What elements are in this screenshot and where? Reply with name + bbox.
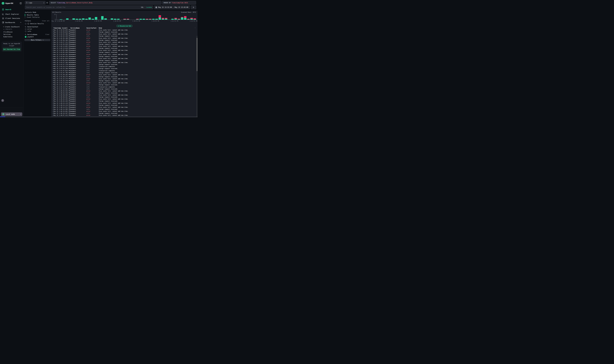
- log-row[interactable]: ❯ May 15 1:40:26.445 PM payment error Vi…: [51, 98, 196, 100]
- row-expand-icon[interactable]: ❯: [52, 52, 53, 53]
- row-expand-icon[interactable]: ❯: [52, 35, 53, 37]
- column-header-servicename[interactable]: ServiceName⋮: [70, 27, 86, 29]
- log-row[interactable]: ❯ May 15 1:41:47.823 PM payment info Tra…: [51, 70, 196, 72]
- row-expand-icon[interactable]: ❯: [52, 70, 53, 71]
- chevron-up-icon[interactable]: [20, 22, 21, 23]
- row-expand-icon[interactable]: ❯: [52, 58, 53, 59]
- column-resize-icon[interactable]: ⋮: [85, 27, 86, 29]
- filter-option-label[interactable]: payment: [27, 36, 34, 38]
- log-row[interactable]: ❯ May 15 1:41:14.373 PM payment info Tra…: [51, 86, 196, 88]
- log-row[interactable]: ❯ May 15 1:42:43.360 PM payment error Vi…: [51, 33, 196, 35]
- log-row[interactable]: ❯ May 15 1:42:01.824 PM payment error Vi…: [51, 57, 196, 59]
- row-expand-icon[interactable]: ❯: [52, 48, 53, 49]
- info-checkbox[interactable]: [25, 31, 26, 32]
- log-row[interactable]: ❯ May 15 1:41:25.373 PM payment error Vi…: [51, 78, 196, 80]
- source-settings-gear-icon[interactable]: ⚙: [46, 2, 49, 4]
- row-expand-icon[interactable]: ❯: [52, 74, 53, 75]
- column-resize-icon[interactable]: ⋮: [97, 27, 98, 29]
- row-expand-icon[interactable]: ❯: [52, 88, 53, 90]
- log-row[interactable]: ❯ May 15 1:40:10.601 PM payment error Vi…: [51, 110, 196, 112]
- log-row[interactable]: ❯ May 15 1:40:26.444 PM payment info Cha…: [51, 100, 196, 102]
- sidebar-item-dashboards[interactable]: Dashboards: [0, 21, 24, 24]
- log-row[interactable]: ❯ May 15 1:41:47.766 PM payment info Cha…: [51, 72, 196, 74]
- sidebar-item-clickhouse[interactable]: Clickhouse: [3, 31, 13, 33]
- row-expand-icon[interactable]: ❯: [52, 72, 53, 73]
- error-checkbox[interactable]: [25, 28, 26, 30]
- log-row[interactable]: ❯ May 15 1:42:36.184 PM payment info Cha…: [51, 39, 196, 41]
- language-lucene-option[interactable]: Lucene: [146, 6, 152, 8]
- row-expand-icon[interactable]: ❯: [52, 80, 53, 81]
- log-row[interactable]: ❯ May 15 1:42:27.131 PM payment error Vi…: [51, 41, 196, 43]
- log-row[interactable]: ❯ May 15 1:42:50.843 PM payment error Vi…: [51, 29, 196, 31]
- get-started-button[interactable]: Get Started for Free: [3, 48, 21, 51]
- row-expand-icon[interactable]: ❯: [52, 60, 53, 61]
- column-header-timestamp[interactable]: Timestamp (Local)⋮: [53, 27, 70, 29]
- search-input[interactable]: [26, 6, 141, 8]
- row-expand-icon[interactable]: ❯: [52, 82, 53, 83]
- log-row[interactable]: ❯ May 15 1:40:14.511 PM payment error Vi…: [51, 106, 196, 108]
- row-expand-icon[interactable]: ❯: [52, 100, 53, 102]
- row-expand-icon[interactable]: ❯: [52, 62, 53, 63]
- log-row[interactable]: ❯ May 15 1:42:01.814 PM payment info Cha…: [51, 59, 196, 62]
- row-expand-icon[interactable]: ❯: [52, 38, 53, 39]
- row-expand-icon[interactable]: ❯: [52, 66, 53, 67]
- row-expand-icon[interactable]: ❯: [52, 50, 53, 51]
- sidebar-item-kubernetes[interactable]: Kubernetes: [3, 36, 13, 38]
- log-row[interactable]: ❯ May 15 1:40:14.505 PM payment info Cha…: [51, 108, 196, 110]
- log-row[interactable]: ❯ May 15 1:41:57.183 PM payment error Vi…: [51, 62, 196, 64]
- log-row[interactable]: ❯ May 15 1:42:04.392 PM payment error Vi…: [51, 53, 196, 55]
- horizontal-scrollbar[interactable]: [1, 117, 197, 117]
- log-row[interactable]: ❯ May 15 1:42:05.460 PM payment error Vi…: [51, 49, 196, 51]
- log-row[interactable]: ❯ May 15 1:42:05.450 PM payment info Cha…: [51, 51, 196, 53]
- log-row[interactable]: ❯ May 15 1:40:44.563 PM payment error Vi…: [51, 90, 196, 92]
- log-row[interactable]: ❯ May 15 1:41:57.178 PM payment info Cha…: [51, 64, 196, 65]
- clear-all-button[interactable]: Clear all: [42, 20, 50, 22]
- column-resize-icon[interactable]: ⋮: [68, 27, 70, 29]
- row-expand-icon[interactable]: ❯: [52, 90, 53, 91]
- log-row[interactable]: ❯ May 15 1:41:30.275 PM payment info Cha…: [51, 76, 196, 78]
- denoise-checkbox[interactable]: [25, 23, 26, 25]
- resume-live-tail-button[interactable]: Resume Live Tail: [117, 25, 132, 27]
- row-expand-icon[interactable]: ❯: [52, 54, 53, 55]
- log-row[interactable]: ❯ May 15 1:40:44.546 PM payment info Cha…: [51, 92, 196, 94]
- service-clear-button[interactable]: Clear: [45, 34, 50, 35]
- order-by-input[interactable]: ORDER BY TimestampTime DESC: [162, 1, 196, 4]
- row-expand-icon[interactable]: ❯: [52, 98, 53, 100]
- row-expand-icon[interactable]: ❯: [52, 39, 53, 41]
- log-row[interactable]: ❯ May 15 1:41:14.361 PM payment info Cha…: [51, 88, 196, 90]
- row-expand-icon[interactable]: ❯: [52, 84, 53, 85]
- log-row[interactable]: ❯ May 15 1:41:25.370 PM payment info Cha…: [51, 80, 196, 82]
- source-select[interactable]: Logs: [25, 1, 45, 4]
- row-expand-icon[interactable]: ❯: [52, 31, 53, 33]
- log-row[interactable]: ❯ May 15 1:40:10.597 PM payment info Cha…: [51, 112, 196, 114]
- language-sql-option[interactable]: SQL: [141, 6, 144, 8]
- row-expand-icon[interactable]: ❯: [52, 94, 53, 96]
- row-expand-icon[interactable]: ❯: [52, 64, 53, 65]
- search-icon[interactable]: [25, 34, 26, 35]
- table-menu-icon[interactable]: ⋮: [195, 27, 196, 28]
- log-row[interactable]: ❯ May 15 1:42:50.834 PM payment info Cha…: [51, 31, 196, 33]
- row-expand-icon[interactable]: ❯: [52, 96, 53, 98]
- row-expand-icon[interactable]: ❯: [52, 56, 53, 57]
- run-query-button[interactable]: [191, 5, 196, 9]
- search-icon[interactable]: [25, 26, 26, 27]
- row-expand-icon[interactable]: ❯: [52, 76, 53, 77]
- column-header-severitytext[interactable]: SeverityText⋮: [86, 27, 99, 29]
- row-expand-icon[interactable]: ❯: [52, 78, 53, 79]
- vertical-scrollbar[interactable]: [196, 36, 197, 117]
- row-expand-icon[interactable]: ❯: [52, 29, 53, 31]
- log-row[interactable]: ❯ May 15 1:42:13.019 PM payment info Cha…: [51, 47, 196, 49]
- log-row[interactable]: ❯ May 15 1:42:13.055 PM payment error Vi…: [51, 45, 196, 47]
- log-row[interactable]: ❯ May 15 1:40:38.466 PM payment error Vi…: [51, 94, 196, 96]
- row-expand-icon[interactable]: ❯: [52, 44, 53, 45]
- log-row[interactable]: ❯ May 15 1:41:21.678 PM payment error Vi…: [51, 82, 196, 84]
- filter-option-label[interactable]: error: [27, 28, 32, 30]
- mode-event-patterns[interactable]: Event Patterns: [27, 16, 39, 18]
- sidebar-item-services[interactable]: Services: [3, 34, 11, 35]
- help-button[interactable]: ?: [1, 99, 4, 102]
- results-histogram[interactable]: [56, 14, 197, 20]
- log-row[interactable]: ❯ May 15 1:42:26.920 PM payment info Cha…: [51, 43, 196, 45]
- payment-checkbox[interactable]: ✓: [25, 36, 26, 38]
- filter-option-label[interactable]: info: [27, 30, 31, 32]
- row-expand-icon[interactable]: ❯: [52, 41, 53, 43]
